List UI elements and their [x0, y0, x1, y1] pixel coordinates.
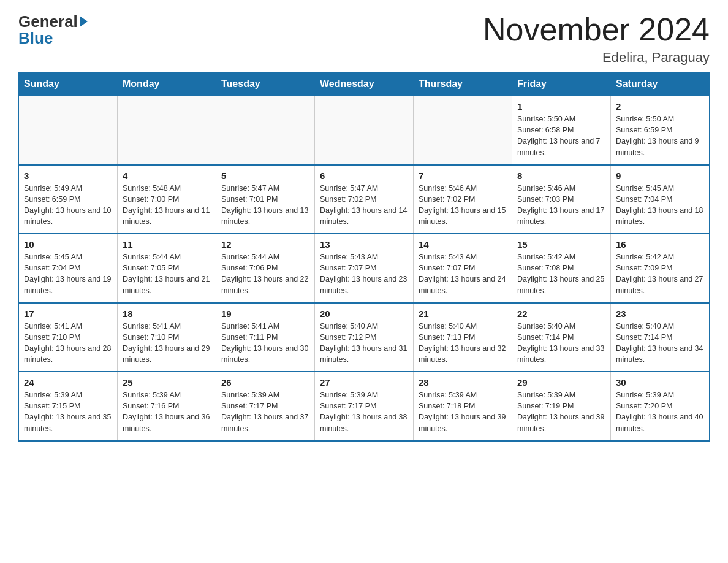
day-number: 21 [419, 308, 507, 319]
day-number: 28 [419, 377, 507, 388]
day-number: 5 [221, 170, 309, 181]
calendar-cell: 16Sunrise: 5:42 AM Sunset: 7:09 PM Dayli… [611, 234, 710, 303]
weekday-header-friday: Friday [512, 72, 611, 96]
day-number: 11 [123, 239, 211, 250]
calendar-cell: 11Sunrise: 5:44 AM Sunset: 7:05 PM Dayli… [118, 234, 216, 303]
calendar-cell: 28Sunrise: 5:39 AM Sunset: 7:18 PM Dayli… [414, 372, 512, 441]
weekday-header-tuesday: Tuesday [216, 72, 315, 96]
weekday-header-wednesday: Wednesday [315, 72, 414, 96]
day-info: Sunrise: 5:39 AM Sunset: 7:16 PM Dayligh… [123, 389, 211, 434]
calendar-week-row: 24Sunrise: 5:39 AM Sunset: 7:15 PM Dayli… [19, 372, 710, 441]
day-info: Sunrise: 5:46 AM Sunset: 7:02 PM Dayligh… [419, 183, 507, 228]
weekday-header-monday: Monday [118, 72, 216, 96]
day-info: Sunrise: 5:43 AM Sunset: 7:07 PM Dayligh… [320, 251, 408, 296]
day-info: Sunrise: 5:45 AM Sunset: 7:04 PM Dayligh… [24, 251, 112, 296]
day-number: 20 [320, 308, 408, 319]
day-number: 22 [517, 308, 605, 319]
day-number: 30 [616, 377, 704, 388]
calendar-cell [414, 96, 512, 165]
day-info: Sunrise: 5:41 AM Sunset: 7:10 PM Dayligh… [123, 321, 211, 366]
calendar-cell: 27Sunrise: 5:39 AM Sunset: 7:17 PM Dayli… [315, 372, 414, 441]
calendar-week-row: 1Sunrise: 5:50 AM Sunset: 6:58 PM Daylig… [19, 96, 710, 165]
day-info: Sunrise: 5:44 AM Sunset: 7:05 PM Dayligh… [123, 251, 211, 296]
day-info: Sunrise: 5:39 AM Sunset: 7:18 PM Dayligh… [419, 389, 507, 434]
month-title: November 2024 [483, 12, 710, 47]
day-number: 2 [616, 101, 704, 112]
calendar-cell: 20Sunrise: 5:40 AM Sunset: 7:12 PM Dayli… [315, 303, 414, 372]
day-number: 13 [320, 239, 408, 250]
day-info: Sunrise: 5:43 AM Sunset: 7:07 PM Dayligh… [419, 251, 507, 296]
calendar-cell: 29Sunrise: 5:39 AM Sunset: 7:19 PM Dayli… [512, 372, 611, 441]
day-info: Sunrise: 5:39 AM Sunset: 7:17 PM Dayligh… [221, 389, 309, 434]
day-number: 19 [221, 308, 309, 319]
title-block: November 2024 Edelira, Paraguay [483, 12, 710, 66]
day-number: 12 [221, 239, 309, 250]
day-info: Sunrise: 5:39 AM Sunset: 7:19 PM Dayligh… [517, 389, 605, 434]
day-info: Sunrise: 5:46 AM Sunset: 7:03 PM Dayligh… [517, 183, 605, 228]
weekday-header-sunday: Sunday [19, 72, 118, 96]
calendar-cell: 26Sunrise: 5:39 AM Sunset: 7:17 PM Dayli… [216, 372, 315, 441]
calendar-cell: 5Sunrise: 5:47 AM Sunset: 7:01 PM Daylig… [216, 165, 315, 234]
day-number: 18 [123, 308, 211, 319]
calendar-cell: 8Sunrise: 5:46 AM Sunset: 7:03 PM Daylig… [512, 165, 611, 234]
logo-arrow-icon [80, 16, 88, 27]
day-number: 24 [24, 377, 112, 388]
calendar-cell: 2Sunrise: 5:50 AM Sunset: 6:59 PM Daylig… [611, 96, 710, 165]
calendar-cell [118, 96, 216, 165]
day-info: Sunrise: 5:40 AM Sunset: 7:12 PM Dayligh… [320, 321, 408, 366]
day-number: 29 [517, 377, 605, 388]
day-info: Sunrise: 5:39 AM Sunset: 7:17 PM Dayligh… [320, 389, 408, 434]
day-number: 4 [123, 170, 211, 181]
calendar-cell [216, 96, 315, 165]
calendar-cell: 4Sunrise: 5:48 AM Sunset: 7:00 PM Daylig… [118, 165, 216, 234]
weekday-header-thursday: Thursday [414, 72, 512, 96]
weekday-header-saturday: Saturday [611, 72, 710, 96]
calendar-cell: 23Sunrise: 5:40 AM Sunset: 7:14 PM Dayli… [611, 303, 710, 372]
calendar-cell: 25Sunrise: 5:39 AM Sunset: 7:16 PM Dayli… [118, 372, 216, 441]
day-number: 23 [616, 308, 704, 319]
calendar-cell: 30Sunrise: 5:39 AM Sunset: 7:20 PM Dayli… [611, 372, 710, 441]
day-info: Sunrise: 5:44 AM Sunset: 7:06 PM Dayligh… [221, 251, 309, 296]
day-info: Sunrise: 5:49 AM Sunset: 6:59 PM Dayligh… [24, 183, 112, 228]
calendar-cell: 22Sunrise: 5:40 AM Sunset: 7:14 PM Dayli… [512, 303, 611, 372]
day-info: Sunrise: 5:47 AM Sunset: 7:02 PM Dayligh… [320, 183, 408, 228]
day-number: 1 [517, 101, 605, 112]
calendar-cell: 19Sunrise: 5:41 AM Sunset: 7:11 PM Dayli… [216, 303, 315, 372]
day-number: 9 [616, 170, 704, 181]
calendar-cell [315, 96, 414, 165]
day-info: Sunrise: 5:42 AM Sunset: 7:08 PM Dayligh… [517, 251, 605, 296]
day-info: Sunrise: 5:48 AM Sunset: 7:00 PM Dayligh… [123, 183, 211, 228]
day-number: 27 [320, 377, 408, 388]
calendar-header-row: SundayMondayTuesdayWednesdayThursdayFrid… [19, 72, 710, 96]
day-number: 16 [616, 239, 704, 250]
calendar-week-row: 17Sunrise: 5:41 AM Sunset: 7:10 PM Dayli… [19, 303, 710, 372]
location-text: Edelira, Paraguay [483, 50, 710, 66]
day-info: Sunrise: 5:39 AM Sunset: 7:15 PM Dayligh… [24, 389, 112, 434]
day-number: 15 [517, 239, 605, 250]
logo: General Blue [18, 12, 88, 48]
calendar-cell: 13Sunrise: 5:43 AM Sunset: 7:07 PM Dayli… [315, 234, 414, 303]
day-info: Sunrise: 5:50 AM Sunset: 6:59 PM Dayligh… [616, 113, 704, 158]
page-header: General Blue November 2024 Edelira, Para… [18, 12, 710, 66]
calendar-cell: 1Sunrise: 5:50 AM Sunset: 6:58 PM Daylig… [512, 96, 611, 165]
calendar-cell: 24Sunrise: 5:39 AM Sunset: 7:15 PM Dayli… [19, 372, 118, 441]
calendar-week-row: 10Sunrise: 5:45 AM Sunset: 7:04 PM Dayli… [19, 234, 710, 303]
day-info: Sunrise: 5:40 AM Sunset: 7:14 PM Dayligh… [616, 321, 704, 366]
day-info: Sunrise: 5:40 AM Sunset: 7:14 PM Dayligh… [517, 321, 605, 366]
logo-blue-text: Blue [18, 29, 53, 48]
day-number: 26 [221, 377, 309, 388]
day-number: 7 [419, 170, 507, 181]
day-number: 6 [320, 170, 408, 181]
day-number: 3 [24, 170, 112, 181]
calendar-table: SundayMondayTuesdayWednesdayThursdayFrid… [18, 72, 710, 442]
calendar-cell: 7Sunrise: 5:46 AM Sunset: 7:02 PM Daylig… [414, 165, 512, 234]
day-number: 10 [24, 239, 112, 250]
calendar-cell: 9Sunrise: 5:45 AM Sunset: 7:04 PM Daylig… [611, 165, 710, 234]
calendar-cell: 18Sunrise: 5:41 AM Sunset: 7:10 PM Dayli… [118, 303, 216, 372]
calendar-cell: 21Sunrise: 5:40 AM Sunset: 7:13 PM Dayli… [414, 303, 512, 372]
calendar-cell [19, 96, 118, 165]
day-info: Sunrise: 5:45 AM Sunset: 7:04 PM Dayligh… [616, 183, 704, 228]
calendar-cell: 17Sunrise: 5:41 AM Sunset: 7:10 PM Dayli… [19, 303, 118, 372]
day-info: Sunrise: 5:41 AM Sunset: 7:10 PM Dayligh… [24, 321, 112, 366]
day-info: Sunrise: 5:47 AM Sunset: 7:01 PM Dayligh… [221, 183, 309, 228]
